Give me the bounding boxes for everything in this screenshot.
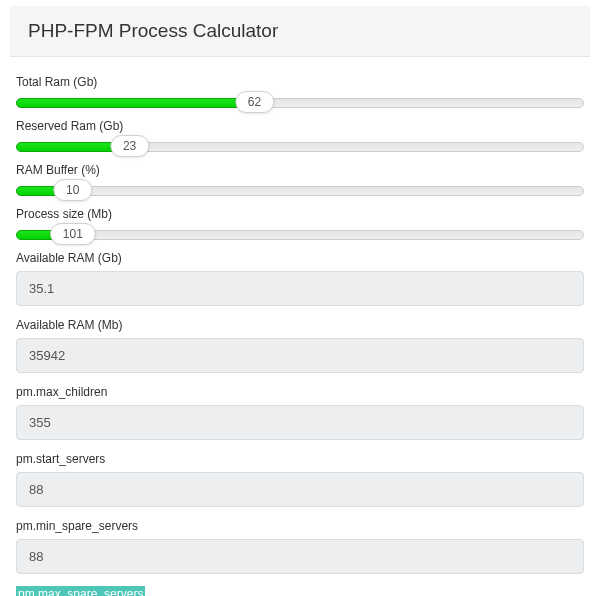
ram-buffer-slider[interactable]: 10 xyxy=(16,183,584,197)
slider-thumb[interactable]: 101 xyxy=(50,223,96,245)
available-ram-mb-output: 35942 xyxy=(16,338,584,373)
page-title: PHP-FPM Process Calculator xyxy=(28,20,572,42)
min-spare-group: pm.min_spare_servers 88 xyxy=(16,519,584,574)
slider-thumb[interactable]: 23 xyxy=(110,135,149,157)
process-size-label: Process size (Mb) xyxy=(16,207,584,221)
total-ram-group: Total Ram (Gb) 62 xyxy=(16,75,584,109)
start-servers-output: 88 xyxy=(16,472,584,507)
slider-track xyxy=(16,230,584,240)
start-servers-group: pm.start_servers 88 xyxy=(16,452,584,507)
max-children-output: 355 xyxy=(16,405,584,440)
reserved-ram-group: Reserved Ram (Gb) 23 xyxy=(16,119,584,153)
max-spare-label: pm.max_spare_servers xyxy=(16,586,145,596)
header: PHP-FPM Process Calculator xyxy=(10,6,590,57)
process-size-group: Process size (Mb) 101 xyxy=(16,207,584,241)
start-servers-label: pm.start_servers xyxy=(16,452,584,466)
min-spare-label: pm.min_spare_servers xyxy=(16,519,584,533)
ram-buffer-label: RAM Buffer (%) xyxy=(16,163,584,177)
max-children-label: pm.max_children xyxy=(16,385,584,399)
slider-thumb[interactable]: 10 xyxy=(53,179,92,201)
reserved-ram-slider[interactable]: 23 xyxy=(16,139,584,153)
available-ram-gb-label: Available RAM (Gb) xyxy=(16,251,584,265)
available-ram-mb-label: Available RAM (Mb) xyxy=(16,318,584,332)
total-ram-label: Total Ram (Gb) xyxy=(16,75,584,89)
available-ram-gb-output: 35.1 xyxy=(16,271,584,306)
available-ram-gb-group: Available RAM (Gb) 35.1 xyxy=(16,251,584,306)
min-spare-output: 88 xyxy=(16,539,584,574)
available-ram-mb-group: Available RAM (Mb) 35942 xyxy=(16,318,584,373)
content: Total Ram (Gb) 62 Reserved Ram (Gb) 23 R… xyxy=(0,57,600,596)
max-children-group: pm.max_children 355 xyxy=(16,385,584,440)
process-size-slider[interactable]: 101 xyxy=(16,227,584,241)
slider-track xyxy=(16,186,584,196)
max-spare-group: pm.max_spare_servers 266 xyxy=(16,586,584,596)
slider-fill xyxy=(16,98,255,108)
reserved-ram-label: Reserved Ram (Gb) xyxy=(16,119,584,133)
ram-buffer-group: RAM Buffer (%) 10 xyxy=(16,163,584,197)
slider-thumb[interactable]: 62 xyxy=(235,91,274,113)
total-ram-slider[interactable]: 62 xyxy=(16,95,584,109)
